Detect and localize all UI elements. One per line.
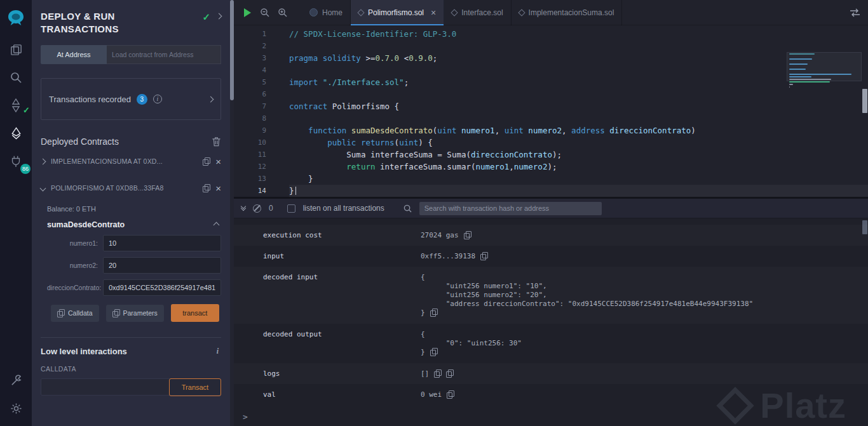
tab-Home[interactable]: Home xyxy=(302,0,351,25)
contract-label: IMPLEMENTACIONSUMA AT 0XD... xyxy=(51,157,197,165)
remix-file-icon xyxy=(309,8,318,17)
field-label: direccionContrato: xyxy=(47,284,103,291)
close-tab-icon[interactable]: × xyxy=(431,8,436,18)
remove-contract-icon[interactable]: × xyxy=(215,183,221,193)
trash-icon[interactable] xyxy=(212,136,221,147)
line-number: 3 xyxy=(234,52,272,64)
pending-tx-count: 0 xyxy=(269,204,273,213)
parameters-button[interactable]: Parameters xyxy=(106,305,164,322)
minimap[interactable] xyxy=(789,52,860,197)
copy-icon[interactable] xyxy=(430,309,437,316)
settings-gear-icon[interactable] xyxy=(0,394,32,422)
copy-icon[interactable] xyxy=(446,369,453,377)
chevron-up-icon[interactable] xyxy=(214,222,220,228)
code-editor[interactable]: 1234567891011121314 // SPDX-License-Iden… xyxy=(234,25,868,197)
terminal-row: logs[] xyxy=(234,363,868,384)
code-line xyxy=(289,88,868,100)
compile-success-check-icon: ✓ xyxy=(23,105,30,115)
deployed-contract-item[interactable]: POLIMORFISMO AT 0XD8B...33FA8 × xyxy=(41,176,221,200)
expand-terminal-icon[interactable] xyxy=(241,206,245,210)
chevron-down-icon[interactable] xyxy=(40,185,46,191)
calldata-button[interactable]: Calldata xyxy=(51,305,99,322)
run-script-icon[interactable] xyxy=(244,8,251,17)
load-contract-address-input[interactable] xyxy=(107,45,221,64)
editor-toolbar: HomePolimorfismo.sol×Interface.solImplem… xyxy=(234,0,868,25)
transactions-recorded-panel[interactable]: Transactions recorded 3 i xyxy=(41,78,221,120)
code-line: contract Polimorfismo { xyxy=(289,100,868,112)
low-level-transact-button[interactable]: Transact xyxy=(169,378,221,396)
zoom-in-icon[interactable] xyxy=(278,8,288,18)
chevron-right-icon[interactable] xyxy=(40,158,46,164)
at-address-group: At Address xyxy=(41,45,221,64)
deployed-contract-item[interactable]: IMPLEMENTACIONSUMA AT 0XD... × xyxy=(41,149,221,173)
line-number: 14 xyxy=(234,185,272,197)
tab-Interface.sol[interactable]: Interface.sol xyxy=(444,0,511,25)
deployed-contracts-title: Deployed Contracts xyxy=(41,136,119,147)
resize-arrows-icon[interactable] xyxy=(850,8,860,17)
tab-Polimorfismo.sol[interactable]: Polimorfismo.sol× xyxy=(351,0,444,25)
direccion-contrato-input[interactable] xyxy=(103,279,221,296)
editor-scrollbar[interactable] xyxy=(862,25,868,197)
function-header[interactable]: sumaDesdeContrato xyxy=(47,220,221,229)
zoom-out-icon[interactable] xyxy=(260,8,270,18)
chevron-right-icon[interactable] xyxy=(208,96,214,102)
transact-button[interactable]: transact xyxy=(171,304,219,322)
field-label: numero2: xyxy=(47,262,103,269)
code-line xyxy=(289,112,868,124)
code-line: } xyxy=(289,185,868,197)
solidity-file-icon xyxy=(518,9,525,16)
numero1-input[interactable] xyxy=(103,235,221,251)
copy-icon xyxy=(57,309,64,317)
scrollbar-thumb[interactable] xyxy=(862,89,867,113)
activity-bar: ✓ 86 xyxy=(0,0,32,426)
tab-ImplementacionSuma.sol[interactable]: ImplementacionSuma.sol xyxy=(512,0,623,25)
line-number: 7 xyxy=(234,100,272,112)
code-line: public returns(uint) { xyxy=(289,136,868,149)
terminal-prompt[interactable]: > xyxy=(243,412,248,422)
deployed-contracts-header: Deployed Contracts xyxy=(41,136,221,147)
terminal-toolbar: 0 listen on all transactions xyxy=(234,199,868,218)
copy-icon xyxy=(112,309,119,317)
line-number: 9 xyxy=(234,124,272,136)
remix-ide: ✓ 86 xyxy=(0,0,868,426)
balance-label: Balance: 0 ETH xyxy=(47,205,221,213)
info-icon: i xyxy=(153,95,162,103)
copy-icon[interactable] xyxy=(464,231,471,239)
code-line: function sumaDesdeContrato(uint numero1,… xyxy=(289,124,868,136)
wrench-icon[interactable] xyxy=(0,366,32,394)
line-number: 10 xyxy=(234,136,272,149)
deploy-run-icon[interactable] xyxy=(0,119,32,147)
contract-label: POLIMORFISMO AT 0XD8B...33FA8 xyxy=(51,184,197,192)
listen-transactions-checkbox[interactable] xyxy=(287,204,295,213)
search-icon[interactable] xyxy=(0,63,32,91)
solidity-compiler-icon[interactable]: ✓ xyxy=(0,91,32,119)
copy-icon[interactable] xyxy=(447,390,454,398)
chevron-right-icon[interactable] xyxy=(216,13,222,20)
copy-address-icon[interactable] xyxy=(203,157,210,165)
copy-address-icon[interactable] xyxy=(203,184,210,192)
terminal-row-value: { "uint256 numero1": "10", "uint256 nume… xyxy=(421,273,753,317)
file-explorer-icon[interactable] xyxy=(0,36,32,63)
line-number: 4 xyxy=(234,64,272,76)
copy-icon[interactable] xyxy=(430,348,437,356)
numero2-input[interactable] xyxy=(103,257,221,274)
code-line xyxy=(289,64,868,76)
copy-icon[interactable] xyxy=(480,252,487,260)
terminal-row-key: decoded output xyxy=(263,330,421,357)
field-label: numero1: xyxy=(47,239,103,247)
line-number: 5 xyxy=(234,76,272,88)
panel-header: DEPLOY & RUN TRANSACTIONS ✓ xyxy=(41,0,221,35)
terminal-row-key: decoded input xyxy=(263,273,421,317)
solidity-file-icon xyxy=(357,9,364,16)
plugin-manager-icon[interactable]: 86 xyxy=(0,147,32,175)
code-content[interactable]: // SPDX-License-Identifier: GLP-3.0pragm… xyxy=(272,25,868,197)
code-line: // SPDX-License-Identifier: GLP-3.0 xyxy=(289,28,868,40)
clear-console-icon[interactable] xyxy=(253,204,261,213)
calldata-button-label: Calldata xyxy=(68,309,93,317)
at-address-button[interactable]: At Address xyxy=(41,45,107,64)
terminal-search-input[interactable] xyxy=(419,202,602,215)
remix-logo[interactable] xyxy=(0,0,32,36)
copy-icon[interactable] xyxy=(434,369,441,377)
main-area: HomePolimorfismo.sol×Interface.solImplem… xyxy=(234,0,868,426)
remove-contract-icon[interactable]: × xyxy=(215,157,221,166)
